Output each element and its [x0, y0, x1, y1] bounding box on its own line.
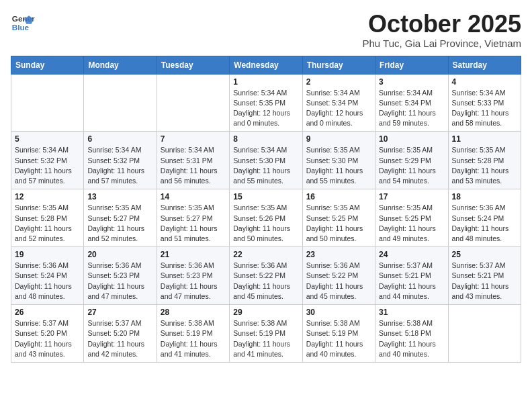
day-number: 28: [161, 308, 226, 317]
day-detail: Sunrise: 5:38 AMSunset: 5:19 PMDaylight:…: [233, 318, 298, 359]
day-detail: Sunrise: 5:38 AMSunset: 5:19 PMDaylight:…: [161, 318, 226, 359]
day-detail: Sunrise: 5:34 AMSunset: 5:33 PMDaylight:…: [452, 88, 517, 129]
calendar-day-28: 28Sunrise: 5:38 AMSunset: 5:19 PMDayligh…: [157, 305, 229, 363]
day-number: 27: [87, 308, 152, 317]
weekday-header-wednesday: Wednesday: [230, 56, 302, 74]
day-number: 18: [452, 192, 517, 201]
day-detail: Sunrise: 5:35 AMSunset: 5:26 PMDaylight:…: [233, 203, 298, 244]
calendar-day-30: 30Sunrise: 5:38 AMSunset: 5:19 PMDayligh…: [302, 305, 375, 363]
calendar-day-7: 7Sunrise: 5:34 AMSunset: 5:31 PMDaylight…: [157, 132, 229, 189]
day-detail: Sunrise: 5:37 AMSunset: 5:21 PMDaylight:…: [379, 261, 444, 302]
day-detail: Sunrise: 5:34 AMSunset: 5:34 PMDaylight:…: [306, 88, 371, 129]
location-title: Phu Tuc, Gia Lai Province, Vietnam: [362, 38, 521, 49]
calendar-day-5: 5Sunrise: 5:34 AMSunset: 5:32 PMDaylight…: [11, 132, 84, 189]
day-number: 14: [161, 192, 226, 201]
calendar-day-31: 31Sunrise: 5:38 AMSunset: 5:18 PMDayligh…: [375, 305, 448, 363]
day-detail: Sunrise: 5:35 AMSunset: 5:25 PMDaylight:…: [379, 203, 444, 244]
logo-icon: General Blue: [11, 11, 35, 35]
title-block: October 2025 Phu Tuc, Gia Lai Province, …: [362, 11, 521, 49]
day-number: 10: [379, 134, 444, 144]
day-detail: Sunrise: 5:35 AMSunset: 5:29 PMDaylight:…: [379, 145, 444, 186]
day-number: 22: [233, 250, 298, 259]
day-number: 4: [452, 77, 517, 87]
calendar-day-12: 12Sunrise: 5:35 AMSunset: 5:28 PMDayligh…: [11, 189, 84, 247]
day-number: 2: [306, 77, 371, 87]
calendar-empty-cell: [11, 74, 84, 132]
calendar-table: SundayMondayTuesdayWednesdayThursdayFrid…: [11, 56, 521, 363]
day-number: 17: [379, 192, 444, 201]
calendar-day-29: 29Sunrise: 5:38 AMSunset: 5:19 PMDayligh…: [230, 305, 302, 363]
calendar-day-17: 17Sunrise: 5:35 AMSunset: 5:25 PMDayligh…: [375, 189, 448, 247]
day-detail: Sunrise: 5:37 AMSunset: 5:20 PMDaylight:…: [15, 318, 80, 359]
day-number: 6: [87, 134, 152, 144]
calendar-day-22: 22Sunrise: 5:36 AMSunset: 5:22 PMDayligh…: [230, 247, 302, 305]
day-number: 30: [306, 308, 371, 317]
calendar-day-6: 6Sunrise: 5:34 AMSunset: 5:32 PMDaylight…: [84, 132, 157, 189]
day-detail: Sunrise: 5:38 AMSunset: 5:19 PMDaylight:…: [306, 318, 371, 359]
day-detail: Sunrise: 5:36 AMSunset: 5:22 PMDaylight:…: [306, 261, 371, 302]
calendar-day-9: 9Sunrise: 5:35 AMSunset: 5:30 PMDaylight…: [302, 132, 375, 189]
calendar-empty-cell: [448, 305, 521, 363]
calendar-day-13: 13Sunrise: 5:35 AMSunset: 5:27 PMDayligh…: [84, 189, 157, 247]
day-number: 12: [15, 192, 80, 201]
calendar-day-26: 26Sunrise: 5:37 AMSunset: 5:20 PMDayligh…: [11, 305, 84, 363]
day-number: 19: [15, 250, 80, 259]
day-detail: Sunrise: 5:34 AMSunset: 5:34 PMDaylight:…: [379, 88, 444, 129]
calendar-day-23: 23Sunrise: 5:36 AMSunset: 5:22 PMDayligh…: [302, 247, 375, 305]
day-detail: Sunrise: 5:35 AMSunset: 5:28 PMDaylight:…: [452, 145, 517, 186]
calendar-day-20: 20Sunrise: 5:36 AMSunset: 5:23 PMDayligh…: [84, 247, 157, 305]
weekday-header-tuesday: Tuesday: [157, 56, 229, 74]
page-header: General Blue October 2025 Phu Tuc, Gia L…: [11, 11, 521, 49]
day-number: 24: [379, 250, 444, 259]
day-detail: Sunrise: 5:35 AMSunset: 5:25 PMDaylight:…: [306, 203, 371, 244]
calendar-empty-cell: [157, 74, 229, 132]
day-number: 13: [87, 192, 152, 201]
weekday-header-row: SundayMondayTuesdayWednesdayThursdayFrid…: [11, 56, 521, 74]
day-number: 20: [87, 250, 152, 259]
calendar-week-row: 19Sunrise: 5:36 AMSunset: 5:24 PMDayligh…: [11, 247, 521, 305]
weekday-header-saturday: Saturday: [448, 56, 521, 74]
day-number: 5: [15, 134, 80, 144]
day-detail: Sunrise: 5:37 AMSunset: 5:20 PMDaylight:…: [87, 318, 152, 359]
calendar-day-19: 19Sunrise: 5:36 AMSunset: 5:24 PMDayligh…: [11, 247, 84, 305]
day-number: 3: [379, 77, 444, 87]
logo: General Blue: [11, 11, 35, 35]
day-detail: Sunrise: 5:38 AMSunset: 5:18 PMDaylight:…: [379, 318, 444, 359]
calendar-day-8: 8Sunrise: 5:34 AMSunset: 5:30 PMDaylight…: [230, 132, 302, 189]
day-detail: Sunrise: 5:35 AMSunset: 5:30 PMDaylight:…: [306, 145, 371, 186]
day-detail: Sunrise: 5:36 AMSunset: 5:23 PMDaylight:…: [161, 261, 226, 302]
day-number: 25: [452, 250, 517, 259]
weekday-header-sunday: Sunday: [11, 56, 84, 74]
day-number: 21: [161, 250, 226, 259]
day-number: 31: [379, 308, 444, 317]
day-detail: Sunrise: 5:37 AMSunset: 5:21 PMDaylight:…: [452, 261, 517, 302]
calendar-day-2: 2Sunrise: 5:34 AMSunset: 5:34 PMDaylight…: [302, 74, 375, 132]
day-detail: Sunrise: 5:34 AMSunset: 5:35 PMDaylight:…: [233, 88, 298, 129]
day-number: 15: [233, 192, 298, 201]
calendar-day-4: 4Sunrise: 5:34 AMSunset: 5:33 PMDaylight…: [448, 74, 521, 132]
day-detail: Sunrise: 5:34 AMSunset: 5:31 PMDaylight:…: [161, 145, 226, 186]
day-number: 9: [306, 134, 371, 144]
calendar-day-3: 3Sunrise: 5:34 AMSunset: 5:34 PMDaylight…: [375, 74, 448, 132]
calendar-day-11: 11Sunrise: 5:35 AMSunset: 5:28 PMDayligh…: [448, 132, 521, 189]
calendar-empty-cell: [84, 74, 157, 132]
day-detail: Sunrise: 5:36 AMSunset: 5:24 PMDaylight:…: [15, 261, 80, 302]
day-detail: Sunrise: 5:35 AMSunset: 5:27 PMDaylight:…: [87, 203, 152, 244]
day-detail: Sunrise: 5:35 AMSunset: 5:28 PMDaylight:…: [15, 203, 80, 244]
calendar-week-row: 12Sunrise: 5:35 AMSunset: 5:28 PMDayligh…: [11, 189, 521, 247]
calendar-week-row: 5Sunrise: 5:34 AMSunset: 5:32 PMDaylight…: [11, 132, 521, 189]
day-number: 7: [161, 134, 226, 144]
calendar-day-27: 27Sunrise: 5:37 AMSunset: 5:20 PMDayligh…: [84, 305, 157, 363]
day-detail: Sunrise: 5:36 AMSunset: 5:23 PMDaylight:…: [87, 261, 152, 302]
calendar-day-16: 16Sunrise: 5:35 AMSunset: 5:25 PMDayligh…: [302, 189, 375, 247]
calendar-week-row: 26Sunrise: 5:37 AMSunset: 5:20 PMDayligh…: [11, 305, 521, 363]
day-number: 11: [452, 134, 517, 144]
calendar-week-row: 1Sunrise: 5:34 AMSunset: 5:35 PMDaylight…: [11, 74, 521, 132]
calendar-day-25: 25Sunrise: 5:37 AMSunset: 5:21 PMDayligh…: [448, 247, 521, 305]
day-number: 26: [15, 308, 80, 317]
weekday-header-friday: Friday: [375, 56, 448, 74]
day-number: 29: [233, 308, 298, 317]
calendar-day-21: 21Sunrise: 5:36 AMSunset: 5:23 PMDayligh…: [157, 247, 229, 305]
calendar-day-24: 24Sunrise: 5:37 AMSunset: 5:21 PMDayligh…: [375, 247, 448, 305]
day-number: 1: [233, 77, 298, 87]
